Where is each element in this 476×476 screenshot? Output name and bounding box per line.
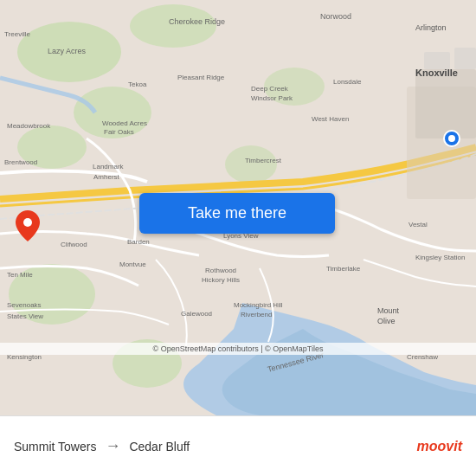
svg-text:Tekoa: Tekoa	[128, 80, 147, 88]
svg-text:Hickory Hills: Hickory Hills	[202, 276, 240, 284]
svg-text:Deep Creek: Deep Creek	[251, 85, 289, 93]
svg-text:Arlington: Arlington	[415, 23, 447, 32]
svg-text:Lazy Acres: Lazy Acres	[48, 47, 87, 55]
svg-text:Brentwood: Brentwood	[4, 158, 37, 166]
svg-text:Clifwood: Clifwood	[61, 241, 87, 248]
take-me-there-button[interactable]: Take me there	[139, 193, 335, 234]
svg-text:Timberlake: Timberlake	[326, 265, 361, 273]
svg-text:Fair Oaks: Fair Oaks	[104, 128, 134, 136]
svg-text:Norwood: Norwood	[320, 12, 351, 21]
svg-text:Mount: Mount	[377, 306, 400, 315]
svg-rect-11	[424, 52, 450, 69]
svg-text:West Haven: West Haven	[312, 115, 349, 123]
svg-text:Windsor Park: Windsor Park	[251, 94, 293, 102]
svg-rect-12	[454, 48, 476, 69]
svg-text:Olive: Olive	[377, 317, 396, 325]
svg-text:Knoxville: Knoxville	[415, 68, 458, 78]
svg-point-52	[23, 218, 32, 227]
svg-text:Rothwood: Rothwood	[205, 267, 236, 274]
route-to-label: Cedar Bluff	[129, 440, 190, 453]
svg-text:Ten Mile: Ten Mile	[7, 271, 33, 279]
origin-marker	[16, 210, 40, 245]
svg-point-54	[448, 135, 455, 142]
svg-rect-10	[415, 69, 476, 138]
moovit-brand-text: moovit	[417, 439, 462, 454]
map-container: Lazy Acres Treeville Cherokee Ridge Norw…	[0, 0, 476, 415]
svg-text:Mockingbird Hill: Mockingbird Hill	[234, 301, 283, 309]
svg-text:Amherst: Amherst	[93, 173, 120, 181]
svg-text:Lonsdale: Lonsdale	[333, 78, 362, 86]
bottom-bar: Summit Towers → Cedar Bluff moovit	[0, 415, 476, 476]
svg-point-2	[130, 4, 216, 48]
route-from-label: Summit Towers	[14, 440, 96, 453]
svg-text:Sevenoaks: Sevenoaks	[7, 301, 42, 309]
svg-text:Riverbend: Riverbend	[241, 311, 272, 318]
moovit-logo: moovit	[417, 439, 462, 454]
svg-text:States View: States View	[7, 312, 43, 320]
svg-text:Kingsley Station: Kingsley Station	[415, 254, 465, 261]
svg-text:Timbercrest: Timbercrest	[245, 157, 282, 164]
svg-point-7	[225, 145, 277, 183]
svg-text:Wooded Acres: Wooded Acres	[102, 119, 147, 127]
svg-text:Montvue: Montvue	[119, 261, 146, 268]
route-arrow-icon: →	[105, 437, 120, 455]
svg-text:Barden: Barden	[127, 238, 150, 246]
svg-text:Treeville: Treeville	[4, 30, 30, 38]
svg-text:Galewood: Galewood	[181, 310, 212, 318]
svg-text:Cherokee Ridge: Cherokee Ridge	[169, 17, 225, 26]
svg-text:Pleasant Ridge: Pleasant Ridge	[177, 74, 225, 81]
destination-marker	[443, 130, 460, 151]
svg-text:Meadowbrook: Meadowbrook	[7, 122, 51, 130]
svg-text:Landmark: Landmark	[93, 163, 125, 170]
svg-text:Vestal: Vestal	[408, 221, 428, 228]
copyright-text: © OpenStreetMap contributors | © OpenMap…	[0, 343, 476, 355]
